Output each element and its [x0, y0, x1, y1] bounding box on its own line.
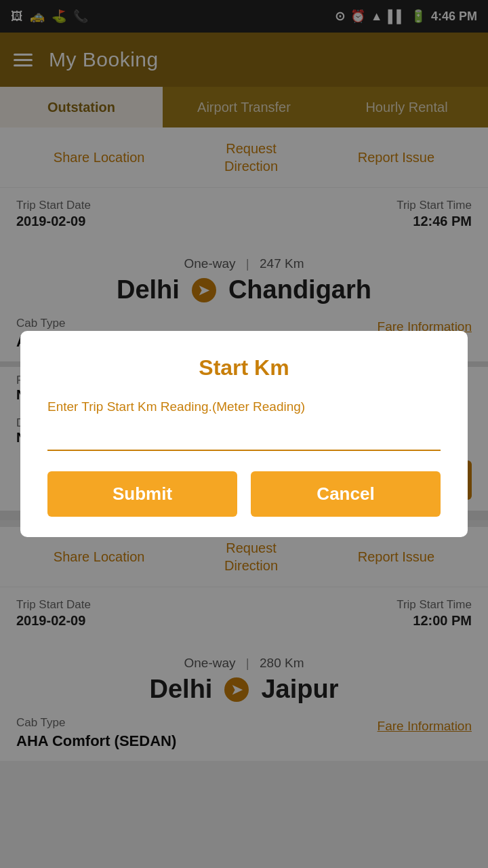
- modal-overlay: Start Km Enter Trip Start Km Reading.(Me…: [0, 0, 488, 868]
- submit-button[interactable]: Submit: [47, 471, 237, 517]
- modal-input-label: Enter Trip Start Km Reading.(Meter Readi…: [47, 399, 441, 414]
- modal-buttons: Submit Cancel: [47, 471, 441, 517]
- modal-title: Start Km: [47, 355, 441, 380]
- km-reading-input[interactable]: [47, 421, 441, 451]
- cancel-button[interactable]: Cancel: [251, 471, 441, 517]
- start-km-modal: Start Km Enter Trip Start Km Reading.(Me…: [20, 331, 468, 537]
